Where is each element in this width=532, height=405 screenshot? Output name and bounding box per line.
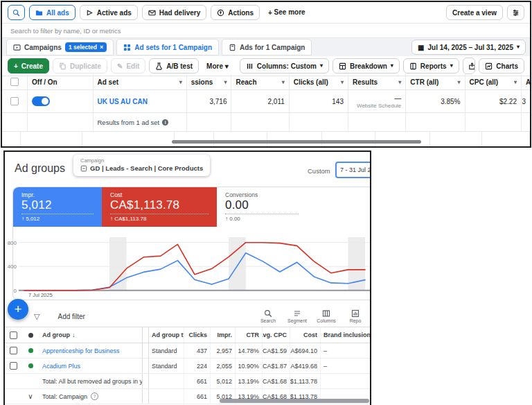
col-header-impr[interactable]: Impr. [211,327,236,343]
view-settings-button[interactable] [507,5,524,20]
export-split-button: Export ▾ [463,58,476,74]
table-header-row: Ad group↓ Ad group type Clicks Impr. CTR… [5,327,370,343]
status-enabled-icon [28,363,33,368]
col-header-brand-inclusion[interactable]: Brand inclusion [321,327,370,343]
col-header-ad-group[interactable]: Ad group↓ [39,327,143,343]
select-all-checkbox[interactable] [10,78,19,86]
col-header-cost[interactable]: Cost [290,327,321,343]
caret-down-icon: ▾ [320,63,323,69]
clicks-cell: 143 [290,90,348,112]
action-toolbar: +Create Duplicate ✎Edit A/B test More ▾ … [2,56,530,76]
metric-card-impressions[interactable]: Impr. 5,012 ↑ 5,012 [13,187,102,227]
card-delta: ↑ 0.00 [225,216,299,222]
create-button[interactable]: +Create [8,58,49,74]
footer-empty-cell [2,113,28,131]
campaign-name: GD | Leads - Search | Core Products [90,164,203,172]
close-icon[interactable]: × [100,44,103,51]
horizontal-scrollbar[interactable] [172,140,421,144]
avg-cpc-cell: CA$1.59 [263,343,290,358]
row-checkbox[interactable] [10,97,19,105]
duplicate-button[interactable]: Duplicate [53,58,107,74]
see-more-link[interactable]: + See more [264,8,310,17]
ad-group-link[interactable]: Acadium Plus [42,363,80,370]
add-filter-button[interactable]: Add filter [57,313,85,320]
tool-columns[interactable]: Columns [312,309,341,323]
search-input[interactable] [9,26,523,35]
col-header-amount-spent[interactable]: Amount spent [522,74,530,89]
table-row: UK US AU CAN 3,716 2,011 143 — Website S… [2,90,530,113]
col-header-adset[interactable]: Ad set▾ [94,74,187,89]
search-icon [12,9,20,17]
card-label: Cost [110,191,209,198]
charts-button[interactable]: Charts [479,58,524,74]
tab-ad-sets[interactable]: Ad sets for 1 Campaign [116,39,219,55]
row-checkbox-cell [2,90,28,112]
date-range-box[interactable]: 7 - 31 Jul 2025 [335,162,371,178]
filter-chip-all-ads[interactable]: All ads [29,5,76,20]
ctr-cell: 14.78% [236,343,263,358]
tab-ads[interactable]: Ads for 1 Campaign [222,39,312,55]
table-tools: Search Segment Columns Repo [254,309,370,323]
col-header-clicks[interactable]: Clicks [184,327,211,343]
col-header-type[interactable]: Ad group type [149,327,184,343]
sliders-icon [512,9,520,17]
help-icon: ? [91,393,98,400]
row-checkbox[interactable] [10,347,17,354]
horizontal-scrollbar[interactable] [220,399,369,403]
cpc-cell: $2.22 [466,90,522,112]
search-row [2,23,530,38]
duplicate-icon [59,62,66,70]
tab-campaigns[interactable]: Campaigns 1 selected× [6,39,114,55]
export-button[interactable]: Export [463,58,476,74]
results-subtext: Website Schedule [357,103,401,109]
filter-chip-had-delivery[interactable]: Had delivery [142,5,206,20]
ad-group-link[interactable]: Apprenticeship for Business [42,347,120,354]
adset-toggle[interactable] [32,96,50,106]
metric-cards: Impr. 5,012 ↑ 5,012 Cost CA$1,113.78 ↑ C… [13,187,307,227]
caret-down-icon: ▾ [450,63,453,69]
cost-cell: CA$694.10 [290,343,321,358]
date-range-button[interactable]: ▦ Jul 14, 2025 – Jul 31, 2025 ▾ [411,40,526,55]
avg-cpc-cell: CA$1.87 [263,359,290,373]
col-header-ctr[interactable]: CTR [236,327,263,343]
x-axis-start-label: 7 Jul 2025 [28,292,53,298]
metric-card-cost[interactable]: Cost CA$1,113.78 ↑ CA$1,113.78 [102,187,217,227]
col-header-impressions[interactable]: ssions▾ [187,74,232,89]
breakdown-button[interactable]: Breakdown▾ [332,58,400,74]
filter-chip-active-ads[interactable]: Active ads [80,5,138,20]
table-empty-area [2,132,530,146]
create-view-button[interactable]: Create a view [446,5,503,20]
funnel-icon[interactable]: ▽ [34,312,39,321]
tool-reports[interactable]: Repo [341,309,370,323]
search-button[interactable] [8,5,25,20]
toggle-knob [42,98,48,105]
reports-button[interactable]: Reports▾ [403,58,459,74]
flask-icon [155,62,163,70]
row-toggle-cell [28,90,93,112]
status-dot-icon [28,333,33,338]
adset-link[interactable]: UK US AU CAN [98,98,148,105]
caret-down-icon: ▾ [391,63,393,69]
edit-button[interactable]: ✎Edit [111,58,145,74]
col-header-ctr[interactable]: CTR (all)▾ [406,74,465,89]
tool-search[interactable]: Search [254,309,283,323]
select-all-checkbox-cell [2,74,28,89]
col-header-reach[interactable]: Reach▾ [231,74,289,89]
metric-card-conversions[interactable]: Conversions 0.00 ↑ 0.00 [217,187,307,227]
col-header-avg-cpc[interactable]: Avg. CPC [263,327,290,343]
filter-chip-actions[interactable]: Actions [211,5,260,20]
more-button[interactable]: More ▾ [202,62,233,70]
col-header-clicks[interactable]: Clicks (all)▾ [290,74,348,89]
chevron-down-icon[interactable]: ∨ [28,393,33,400]
col-header-results[interactable]: Results▾ [348,74,406,89]
add-fab-button[interactable]: + [8,299,28,320]
campaign-selector-chip[interactable]: Campaign GD | Leads - Search | Core Prod… [73,155,210,176]
plus-icon: + [15,302,22,317]
row-checkbox[interactable] [10,362,17,370]
tool-segment[interactable]: Segment [283,309,312,323]
columns-button[interactable]: Columns: Custom▾ [240,58,329,74]
google-ads-window: Ad groups Campaign GD | Leads - Search |… [3,150,371,405]
ab-test-button[interactable]: A/B test [149,58,199,74]
col-header-cpc[interactable]: CPC (all)▾ [466,74,522,89]
select-all-checkbox[interactable] [10,331,17,339]
